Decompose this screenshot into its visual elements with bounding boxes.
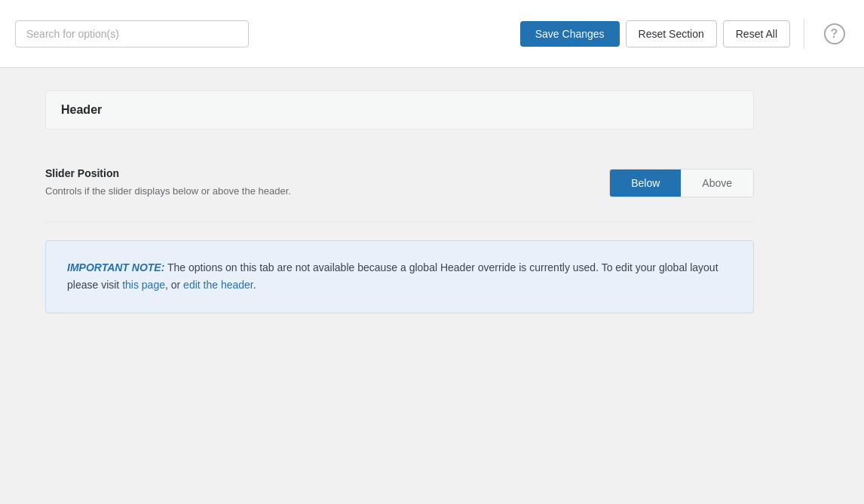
important-note-suffix: .	[253, 279, 256, 291]
reset-all-button[interactable]: Reset All	[723, 20, 790, 47]
main-content: Header Slider Position Controls if the s…	[0, 68, 799, 336]
top-bar-right: Save Changes Reset Section Reset All ?	[520, 19, 849, 49]
slider-position-label: Slider Position	[45, 167, 609, 179]
search-input[interactable]	[15, 20, 249, 47]
save-changes-button[interactable]: Save Changes	[520, 21, 620, 47]
help-icon[interactable]: ?	[824, 23, 845, 44]
important-note-prefix: IMPORTANT NOTE:	[67, 261, 164, 273]
help-icon-wrapper: ?	[804, 19, 849, 49]
top-bar-left	[15, 20, 249, 47]
section-title: Header	[61, 103, 102, 116]
edit-header-link[interactable]: edit the header	[183, 279, 253, 291]
reset-section-button[interactable]: Reset Section	[626, 20, 717, 47]
important-note-middle: , or	[165, 279, 183, 291]
toggle-above-button[interactable]: Above	[681, 170, 753, 197]
slider-position-row: Slider Position Controls if the slider d…	[45, 152, 754, 222]
this-page-link[interactable]: this page	[122, 279, 165, 291]
important-note-box: IMPORTANT NOTE: The options on this tab …	[45, 240, 754, 314]
top-bar: Save Changes Reset Section Reset All ?	[0, 0, 864, 68]
section-header: Header	[45, 90, 754, 130]
slider-position-label-group: Slider Position Controls if the slider d…	[45, 167, 609, 199]
slider-position-description: Controls if the slider displays below or…	[45, 184, 609, 199]
toggle-below-button[interactable]: Below	[610, 170, 681, 197]
slider-position-toggle: Below Above	[609, 169, 754, 197]
